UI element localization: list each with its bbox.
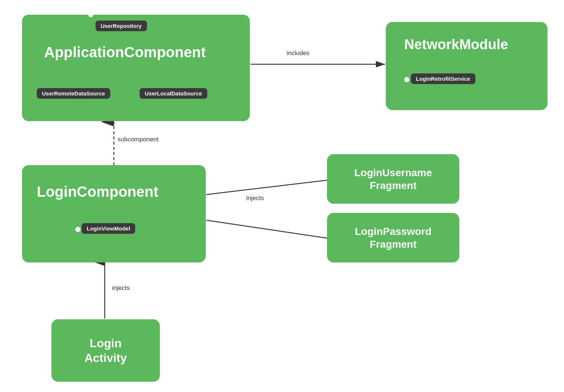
login-activity-title: LoginActivity: [85, 336, 127, 365]
application-component-box: UserRepository ApplicationComponent User…: [22, 15, 250, 121]
login-username-fragment-title: LoginUsernameFragment: [354, 166, 432, 192]
user-repository-badge: UserRepository: [96, 21, 147, 31]
login-activity-box: LoginActivity: [51, 319, 160, 382]
user-remote-data-source-badge: UserRemoteDataSource: [37, 88, 110, 99]
login-retrofit-service-badge: LoginRetrofitService: [411, 73, 475, 84]
network-module-box: NetworkModule LoginRetrofitService: [386, 22, 547, 110]
login-password-fragment-box: LoginPasswordFragment: [327, 213, 459, 262]
injects-label-2: injects: [112, 284, 130, 292]
injects-label-1: injects: [246, 195, 264, 202]
svg-line-7: [206, 220, 330, 239]
subcomponent-label: subcomponent: [118, 136, 159, 143]
login-password-fragment-title: LoginPasswordFragment: [355, 225, 431, 251]
user-local-data-source-badge: UserLocalDataSource: [140, 88, 207, 99]
login-component-title: LoginComponent: [37, 184, 158, 200]
network-module-title: NetworkModule: [404, 37, 508, 52]
login-component-box: LoginComponent LoginViewModel: [22, 165, 206, 262]
diagram-container: UserRepository ApplicationComponent User…: [0, 0, 564, 392]
user-repository-dot: [88, 12, 93, 17]
includes-label: includes: [287, 50, 309, 57]
svg-line-6: [206, 180, 330, 195]
login-view-model-dot: [75, 227, 80, 232]
login-view-model-badge: LoginViewModel: [82, 223, 135, 234]
login-retrofit-dot: [404, 77, 409, 82]
login-username-fragment-box: LoginUsernameFragment: [327, 154, 459, 204]
application-component-title: ApplicationComponent: [44, 44, 206, 61]
